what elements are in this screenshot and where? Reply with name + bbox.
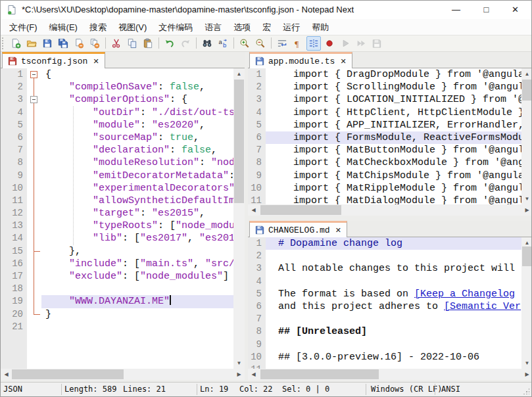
status-language[interactable]: JSON	[3, 385, 22, 394]
menu-item-8[interactable]: 宏	[256, 19, 277, 35]
line-number: 10	[248, 182, 266, 195]
horizontal-scrollbar[interactable]: ◀ ▶	[248, 369, 532, 380]
line-number: 3	[248, 93, 266, 106]
code-line-1: # Dopamine change log	[266, 237, 521, 250]
replace-button[interactable]: ab	[216, 36, 230, 51]
line-number: 3	[248, 262, 266, 275]
scroll-up-arrow[interactable]: ▲	[233, 68, 245, 80]
menu-item-6[interactable]: 语言	[199, 19, 228, 35]
tab-changelog-md[interactable]: CHANGELOG.md ✕	[249, 221, 347, 237]
save-file-button[interactable]	[40, 36, 55, 51]
tab-label: tsconfig.json	[21, 57, 87, 66]
menu-item-4[interactable]: 视图(V)	[112, 19, 153, 35]
scroll-down-arrow[interactable]: ▼	[521, 193, 532, 204]
maximize-button[interactable]: □	[472, 1, 501, 19]
scroll-right-arrow[interactable]: ▶	[233, 369, 245, 380]
vertical-scrollbar[interactable]: ▲ ▼	[233, 68, 245, 369]
undo-button[interactable]	[162, 36, 177, 51]
close-button[interactable]: ✕	[500, 1, 530, 19]
toolbar-separator	[105, 37, 106, 49]
close-all-button[interactable]	[87, 36, 102, 51]
editor-tsconfig[interactable]: 123456789101112131415161718192021 { "com…	[1, 68, 245, 369]
code-area-tsconfig[interactable]: { "compileOnSave": false, "compilerOptio…	[41, 68, 233, 369]
open-file-button[interactable]	[24, 36, 39, 51]
code-line-10: ## [3.0.0-preview.16] - 2022-10-06	[266, 351, 521, 363]
scroll-right-arrow[interactable]: ▶	[521, 369, 532, 380]
record-macro-button[interactable]	[322, 36, 337, 51]
status-encoding[interactable]: ANSI	[441, 385, 460, 394]
line-number: 4	[248, 106, 266, 119]
code-line-10: import { MatRippleModule } from '@angul	[266, 182, 521, 195]
save-all-button[interactable]	[56, 36, 70, 51]
run-macro-multiple-button	[354, 36, 368, 51]
line-number-margin: 123456789101112131415161718192021	[1, 68, 27, 369]
cut-button[interactable]	[109, 36, 124, 51]
code-line-14: "lib": ["es2017", "es201	[41, 232, 233, 245]
code-line-9: import { MatChipsModule } from '@angula	[266, 170, 521, 182]
editor-app-module[interactable]: 1234567891011 import { DragDropModule } …	[248, 68, 532, 204]
fold-margin[interactable]	[27, 68, 41, 369]
editor-changelog[interactable]: 1234567891011 # Dopamine change logAll n…	[248, 237, 532, 369]
menu-item-3[interactable]: 搜索	[84, 19, 112, 35]
zoom-out-button[interactable]	[253, 36, 268, 51]
scroll-down-arrow[interactable]: ▼	[233, 358, 245, 369]
code-line-5: The format is based on [Keep a Changelog	[266, 288, 521, 300]
line-number: 6	[248, 131, 266, 144]
vertical-scrollbar[interactable]: ▲ ▼	[521, 68, 532, 204]
scrollbar-thumb[interactable]	[234, 80, 244, 203]
indent-guide-button[interactable]	[306, 36, 321, 51]
saved-file-icon	[255, 225, 264, 235]
zoom-in-button[interactable]	[237, 36, 252, 51]
new-file-button[interactable]	[9, 36, 23, 51]
fold-marker-expanded-line1[interactable]	[30, 71, 37, 78]
code-area-app-module[interactable]: import { DragDropModule } from '@angulai…	[266, 68, 521, 204]
menu-item-10[interactable]: 帮助	[306, 19, 335, 35]
scroll-up-arrow[interactable]: ▲	[521, 68, 532, 80]
word-wrap-button[interactable]	[275, 36, 289, 51]
status-eol-mode[interactable]: Windows (CR LF)	[371, 385, 442, 394]
show-all-characters-button[interactable]: ¶	[291, 36, 305, 51]
scrollbar-thumb[interactable]	[12, 369, 124, 379]
scroll-right-arrow[interactable]: ▶	[521, 204, 532, 216]
resize-grip[interactable]	[523, 388, 529, 394]
tab-bar-bottom-right: CHANGELOG.md ✕	[248, 221, 532, 237]
code-area-changelog[interactable]: # Dopamine change logAll notable changes…	[266, 237, 521, 369]
menu-item-1[interactable]: 文件(F)	[3, 19, 43, 35]
minimize-button[interactable]: —	[441, 1, 471, 19]
code-line-6: "sourceMap": true,	[41, 131, 233, 144]
menu-item-5[interactable]: 文件编码	[153, 19, 199, 35]
scrollbar-thumb[interactable]	[260, 369, 379, 379]
fold-marker-expanded-line3[interactable]	[30, 96, 37, 103]
toolbar-separator	[196, 37, 197, 49]
horizontal-scrollbar[interactable]: ◀ ▶	[248, 204, 532, 216]
code-line-10: "experimentalDecorators"	[41, 182, 233, 195]
horizontal-scrollbar[interactable]: ◀ ▶	[1, 369, 245, 380]
pane-splitter-horizontal[interactable]	[248, 216, 532, 221]
scroll-left-arrow[interactable]: ◀	[1, 369, 12, 380]
tab-close-icon[interactable]: ✕	[340, 58, 346, 65]
tab-close-icon[interactable]: ✕	[93, 58, 99, 65]
paste-button[interactable]	[141, 36, 155, 51]
code-line-5: "module": "es2020",	[41, 119, 233, 131]
line-number: 2	[248, 250, 266, 262]
menu-item-2[interactable]: 编辑(E)	[43, 19, 84, 35]
line-number: 17	[1, 270, 27, 283]
scrollbar-thumb[interactable]	[522, 80, 532, 101]
scroll-left-arrow[interactable]: ◀	[248, 204, 259, 216]
tab-app-module-ts[interactable]: app.module.ts ✕	[249, 52, 352, 68]
close-file-button[interactable]	[72, 36, 86, 51]
vertical-scrollbar[interactable]: ▲ ▼	[521, 237, 532, 369]
menu-item-9[interactable]: 运行	[277, 19, 306, 35]
line-number: 18	[1, 283, 27, 295]
tab-close-icon[interactable]: ✕	[335, 227, 341, 234]
menu-item-7[interactable]: 选项	[228, 19, 256, 35]
line-number: 8	[1, 156, 27, 169]
line-number: 4	[1, 106, 27, 119]
scrollbar-thumb[interactable]	[260, 205, 341, 215]
find-button[interactable]	[200, 36, 214, 51]
copy-button[interactable]	[125, 36, 139, 51]
scroll-left-arrow[interactable]: ◀	[248, 369, 259, 380]
scrollbar-thumb[interactable]	[522, 246, 532, 266]
scroll-down-arrow[interactable]: ▼	[521, 358, 532, 369]
tab-tsconfig-json[interactable]: tsconfig.json ✕	[2, 52, 105, 68]
